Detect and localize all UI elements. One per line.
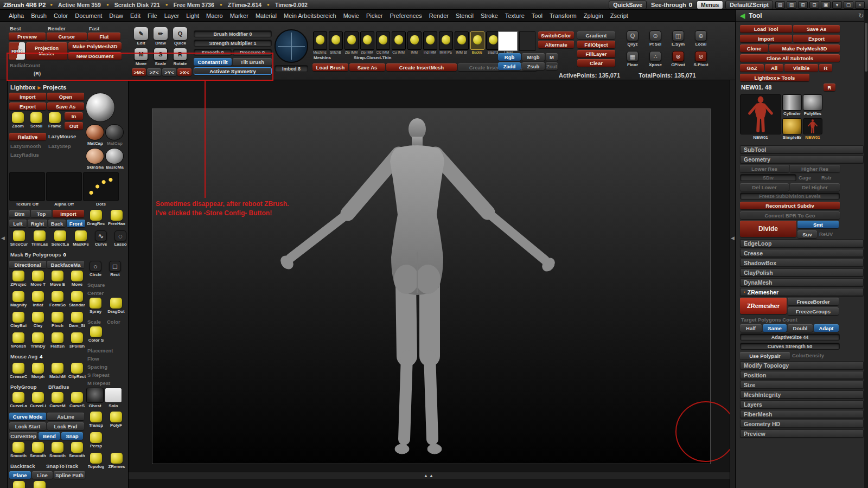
basicma-thumbnail[interactable] <box>105 148 124 164</box>
lightbox-button[interactable]: Lightbox <box>10 84 35 91</box>
curve-mode-button[interactable]: Curve Mode <box>9 413 46 420</box>
menu-stencil[interactable]: Stencil <box>452 11 477 20</box>
clear-button[interactable]: Clear <box>577 59 615 67</box>
matcap-thumbnail[interactable] <box>105 124 124 140</box>
section-preview[interactable]: Preview <box>740 429 864 438</box>
menu-texture[interactable]: Texture <box>502 11 528 20</box>
qxyz-tool[interactable]: QQxyz <box>622 30 643 47</box>
snap-button[interactable]: Snap <box>61 432 83 440</box>
floor-tool[interactable]: ▦Floor <box>622 51 643 67</box>
curvestep-button[interactable]: CurveStep <box>9 432 37 440</box>
standar-tool[interactable]: Standar <box>68 291 86 307</box>
trimdy-tool[interactable]: TrimDy <box>29 332 47 349</box>
menu-picker[interactable]: Picker <box>363 11 386 20</box>
move-t-tool[interactable]: Move T <box>29 271 47 287</box>
polymes-thumbnail[interactable] <box>803 94 822 111</box>
doubl-button[interactable]: Doubl <box>788 324 813 332</box>
in-button[interactable]: In <box>65 112 83 120</box>
zoom-tool[interactable]: Zoom <box>9 112 27 129</box>
cliprect-tool[interactable]: ClipRect <box>68 363 86 379</box>
brush-meshins[interactable]: MeshIns <box>312 31 327 54</box>
import-button[interactable]: Import <box>740 35 792 42</box>
dual-monitor-icon[interactable]: ⊞ <box>798 1 808 9</box>
directional-button[interactable]: Directional <box>9 261 46 268</box>
freehan-tool[interactable]: FreeHan <box>107 210 126 226</box>
load-tool-button[interactable]: Load Tool <box>740 25 792 33</box>
mouse-avg-slider[interactable]: Mouse Avg4 <box>9 353 43 360</box>
rgb-button[interactable]: Rgb <box>498 53 521 61</box>
matcap-thumbnail[interactable] <box>86 124 104 140</box>
local-tool[interactable]: ⊕Local <box>690 30 712 47</box>
goz-button[interactable]: GoZ <box>740 64 764 72</box>
r-button[interactable]: R <box>819 64 832 72</box>
persp-tool[interactable]: Persp <box>86 432 106 448</box>
draw-tool[interactable]: ✏Draw <box>151 27 170 46</box>
dragrec-tool[interactable]: DragRec <box>86 210 106 226</box>
stroke-preview-icon[interactable] <box>275 29 308 63</box>
open-button[interactable]: Open <box>47 93 84 100</box>
default-zscript-button[interactable]: DefaultZScript <box>725 1 773 9</box>
single-monitor-icon[interactable]: ⊟ <box>809 1 819 9</box>
clone-all-subtools-button[interactable]: Clone All SubTools <box>740 54 840 62</box>
strength-multiplier-1-slider[interactable]: Strength Multiplier 1 <box>194 40 272 47</box>
save-as-button[interactable]: Save As <box>793 25 840 33</box>
smooth-tool[interactable]: Smooth <box>68 442 86 458</box>
section-dynamesh[interactable]: DynaMesh <box>740 278 864 286</box>
clone-button[interactable]: Clone <box>740 44 768 52</box>
current-material-thumbnail[interactable] <box>86 93 115 122</box>
alpha-off-thumb[interactable]: Alpha Off <box>46 172 82 207</box>
l-sym-tool[interactable]: ◫L.Sym <box>667 30 689 47</box>
alternate-button[interactable]: Alternate <box>538 41 574 48</box>
grooml-tool[interactable]: GroomL <box>30 481 49 488</box>
color-s-tool[interactable]: Color S <box>86 326 106 343</box>
move-tool[interactable]: Move <box>68 271 86 287</box>
brush-imm[interactable]: IMM <box>407 31 422 54</box>
xpose-tool[interactable]: ∴Xpose <box>644 51 666 67</box>
texture-off-thumb[interactable]: Texture Off <box>9 172 45 207</box>
zsub-button[interactable]: Zsub <box>522 62 545 70</box>
hpolish-tool[interactable]: hPolish <box>9 332 28 349</box>
menu-layer[interactable]: Layer <box>161 11 183 20</box>
curveli-tool[interactable]: CurveLi <box>29 392 47 408</box>
section-shadowbox[interactable]: ShadowBox <box>740 259 864 267</box>
section-layers[interactable]: Layers <box>740 400 864 408</box>
menu-zscript[interactable]: Zscript <box>607 11 631 20</box>
fillobject-button[interactable]: FillObject <box>577 41 615 48</box>
bottom-tray-handle-icon[interactable]: ▲▲ <box>424 473 435 478</box>
morph-tool[interactable]: Morph <box>29 363 47 379</box>
texture-off-thumbnail[interactable] <box>9 172 45 201</box>
spolish-tool[interactable]: sPolish <box>68 332 86 349</box>
section-subtool[interactable]: SubTool <box>740 145 864 153</box>
section-claypolish[interactable]: ClayPolish <box>740 268 864 277</box>
make-polymesh3d-button[interactable]: Make PolyMesh3D <box>769 44 840 52</box>
simplebr-thumbnail[interactable] <box>782 118 802 134</box>
create-insertmesh-button[interactable]: Create InsertMesh <box>386 63 457 71</box>
clay-tool[interactable]: Clay <box>29 312 47 328</box>
menus-button[interactable]: Menus <box>697 1 723 9</box>
pinch-tool[interactable]: Pinch <box>48 312 67 328</box>
selectla-tool[interactable]: SelectLa <box>50 230 70 247</box>
solo-thumbnail[interactable] <box>105 388 122 403</box>
export-button[interactable]: Export <box>793 35 840 42</box>
quick-tool[interactable]: QQuick <box>171 27 189 46</box>
brush-buckle[interactable]: Buckle <box>470 31 484 54</box>
menu-edit[interactable]: Edit <box>127 11 144 20</box>
import-button[interactable]: Import <box>9 93 46 100</box>
magnify-tool[interactable]: Magnify <box>9 291 28 307</box>
sculpt-model-figure[interactable] <box>274 115 561 462</box>
inflat-tool[interactable]: Inflat <box>29 291 47 307</box>
flat-button[interactable]: Flat <box>88 33 120 40</box>
creasec-tool[interactable]: CreaseC <box>9 363 28 379</box>
curves-tool[interactable]: CurveS <box>68 392 86 408</box>
left-button[interactable]: Left <box>9 220 27 227</box>
interface-layout-icon[interactable]: ▤ <box>775 1 785 9</box>
freezegroups-button[interactable]: FreezeGroups <box>788 307 839 315</box>
lock-icon[interactable]: ▣ <box>821 1 831 9</box>
grooms-tool[interactable]: GroomS <box>9 481 29 488</box>
section-fibermesh[interactable]: FiberMesh <box>740 410 864 418</box>
bend-button[interactable]: Bend <box>39 432 60 440</box>
lock-start-button[interactable]: Lock Start <box>9 422 46 430</box>
tool-r-button[interactable]: R <box>824 84 835 91</box>
reconstruct-subdiv-button[interactable]: Reconstruct Subdiv <box>740 202 840 209</box>
menu-draw[interactable]: Draw <box>106 11 126 20</box>
